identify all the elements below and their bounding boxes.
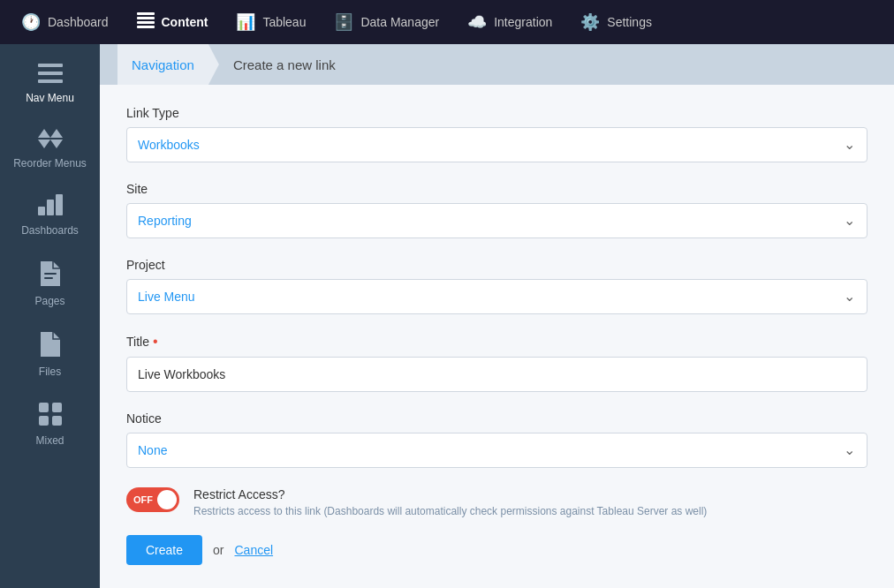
- site-select-wrapper: Reporting Default Production: [126, 203, 867, 238]
- svg-marker-8: [38, 139, 50, 148]
- cancel-button[interactable]: Cancel: [234, 543, 273, 557]
- svg-rect-5: [38, 72, 63, 75]
- nav-tableau-label: Tableau: [262, 15, 306, 29]
- breadcrumb: Navigation Create a new link: [100, 44, 894, 85]
- or-label: or: [213, 543, 224, 557]
- svg-marker-10: [50, 139, 63, 148]
- content-area: Navigation Create a new link Link Type W…: [100, 44, 894, 588]
- sidebar-dashboards-label: Dashboards: [21, 224, 79, 237]
- link-type-group: Link Type Workbooks Pages External URL D…: [126, 106, 867, 162]
- svg-marker-9: [50, 129, 63, 138]
- nav-data-manager[interactable]: 🗄️ Data Manager: [322, 5, 451, 39]
- svg-rect-15: [44, 277, 53, 279]
- svg-rect-18: [39, 416, 49, 426]
- data-manager-icon: 🗄️: [334, 12, 353, 32]
- nav-integration-label: Integration: [494, 15, 552, 29]
- restrict-access-toggle[interactable]: OFF: [126, 487, 179, 512]
- nav-settings[interactable]: ⚙️ Settings: [568, 5, 664, 39]
- project-select-wrapper: Live Menu Default Test: [126, 279, 867, 314]
- nav-integration[interactable]: ☁️ Integration: [455, 5, 564, 39]
- reorder-menus-icon: [38, 129, 63, 152]
- top-navigation: 🕐 Dashboard Content 📊 Tableau 🗄️ Data Ma…: [0, 0, 894, 44]
- tableau-icon: 📊: [236, 12, 255, 32]
- sidebar-item-reorder-menus[interactable]: Reorder Menus: [0, 118, 100, 180]
- svg-rect-6: [38, 79, 63, 83]
- toggle-off-label: OFF: [133, 494, 153, 505]
- svg-rect-11: [38, 207, 45, 215]
- sidebar: Nav Menu Reorder Menus Dash: [0, 44, 100, 588]
- sidebar-item-files[interactable]: Files: [0, 321, 100, 388]
- nav-content-label: Content: [162, 15, 208, 29]
- breadcrumb-navigation[interactable]: Navigation: [117, 44, 219, 85]
- notice-label: Notice: [126, 411, 867, 426]
- title-label: Title •: [126, 334, 867, 350]
- title-input[interactable]: [126, 357, 867, 392]
- nav-dashboard[interactable]: 🕐 Dashboard: [9, 5, 121, 39]
- svg-rect-14: [44, 273, 57, 275]
- create-button[interactable]: Create: [126, 535, 202, 565]
- svg-rect-13: [56, 194, 63, 215]
- dashboard-icon: 🕐: [21, 12, 41, 32]
- link-type-select[interactable]: Workbooks Pages External URL Dashboard: [126, 127, 867, 162]
- sidebar-files-label: Files: [39, 366, 61, 378]
- button-row: Create or Cancel: [126, 535, 867, 565]
- sidebar-item-mixed[interactable]: Mixed: [0, 392, 100, 457]
- svg-rect-16: [39, 403, 49, 412]
- nav-dashboard-label: Dashboard: [48, 15, 109, 29]
- files-icon: [41, 332, 60, 360]
- restrict-access-desc: Restricts access to this link (Dashboard…: [193, 505, 867, 517]
- restrict-access-title: Restrict Access?: [193, 487, 867, 501]
- title-group: Title •: [126, 334, 867, 392]
- nav-settings-label: Settings: [607, 15, 652, 29]
- svg-rect-2: [137, 21, 155, 24]
- svg-rect-12: [47, 200, 54, 215]
- sidebar-item-pages[interactable]: Pages: [0, 251, 100, 318]
- breadcrumb-create-label: Create a new link: [233, 57, 336, 72]
- integration-icon: ☁️: [467, 12, 487, 32]
- site-select[interactable]: Reporting Default Production: [126, 203, 867, 238]
- sidebar-reorder-menus-label: Reorder Menus: [13, 157, 87, 170]
- pages-icon: [41, 261, 60, 290]
- svg-rect-0: [137, 12, 155, 15]
- project-select[interactable]: Live Menu Default Test: [126, 279, 867, 314]
- nav-tableau[interactable]: 📊 Tableau: [224, 5, 318, 39]
- project-group: Project Live Menu Default Test: [126, 258, 867, 314]
- breadcrumb-create-new-link[interactable]: Create a new link: [219, 44, 350, 85]
- svg-rect-3: [137, 26, 155, 28]
- notice-select[interactable]: None Info Warning Error: [126, 433, 867, 468]
- required-indicator: •: [153, 334, 158, 350]
- site-group: Site Reporting Default Production: [126, 182, 867, 238]
- toggle-container: OFF: [126, 487, 179, 512]
- content-icon: [137, 12, 155, 33]
- svg-rect-19: [52, 416, 62, 426]
- site-label: Site: [126, 182, 867, 196]
- nav-content[interactable]: Content: [125, 5, 221, 40]
- form-area: Link Type Workbooks Pages External URL D…: [100, 85, 894, 588]
- sidebar-item-dashboards[interactable]: Dashboards: [0, 184, 100, 247]
- svg-rect-1: [137, 17, 155, 19]
- breadcrumb-navigation-label: Navigation: [132, 57, 194, 72]
- link-type-label: Link Type: [126, 106, 867, 120]
- restrict-access-info: Restrict Access? Restricts access to thi…: [193, 487, 867, 517]
- link-type-select-wrapper: Workbooks Pages External URL Dashboard: [126, 127, 867, 162]
- dashboards-icon: [38, 194, 63, 219]
- toggle-knob: [157, 490, 177, 509]
- notice-select-wrapper: None Info Warning Error: [126, 433, 867, 468]
- sidebar-mixed-label: Mixed: [35, 434, 64, 447]
- notice-group: Notice None Info Warning Error: [126, 411, 867, 468]
- settings-icon: ⚙️: [580, 12, 600, 32]
- nav-data-manager-label: Data Manager: [360, 15, 439, 29]
- project-label: Project: [126, 258, 867, 272]
- nav-menu-icon: [38, 64, 63, 87]
- main-layout: Nav Menu Reorder Menus Dash: [0, 44, 894, 588]
- svg-rect-17: [52, 403, 62, 412]
- svg-rect-4: [38, 64, 63, 67]
- mixed-icon: [39, 403, 62, 429]
- sidebar-nav-menu-label: Nav Menu: [26, 92, 74, 104]
- restrict-access-row: OFF Restrict Access? Restricts access to…: [126, 487, 867, 517]
- svg-marker-7: [38, 129, 50, 138]
- sidebar-item-nav-menu[interactable]: Nav Menu: [0, 53, 100, 115]
- sidebar-pages-label: Pages: [34, 295, 64, 307]
